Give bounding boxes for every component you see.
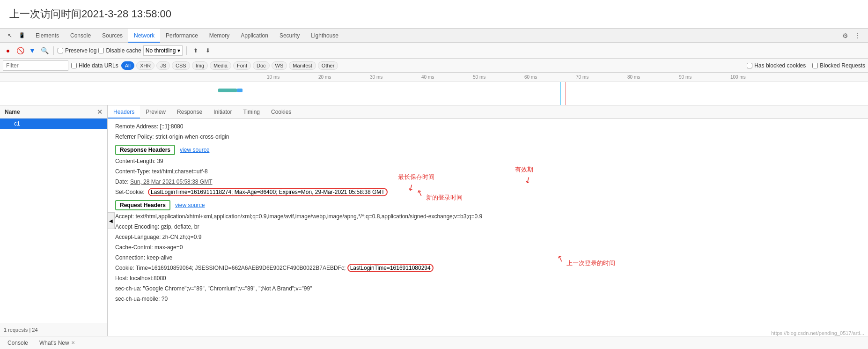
record-button[interactable]: ●	[3, 45, 13, 56]
cookie-last-login-val: LastLoginTime=1616911080294	[347, 264, 434, 272]
content-length-val: 39	[157, 158, 163, 164]
date-val: Sun, 28 Mar 2021 05:58:38 GMT	[130, 178, 212, 185]
tl-bar-teal	[218, 89, 237, 92]
name-footer: 1 requests | 24	[0, 323, 107, 336]
more-icon[interactable]: ⋮	[852, 30, 862, 41]
tab-memory[interactable]: Memory	[204, 29, 235, 43]
tl-bar-blue	[237, 89, 243, 92]
filter-chips: All XHR JS CSS Img Media Font Doc WS Man…	[121, 61, 338, 70]
chip-other[interactable]: Other	[318, 61, 338, 70]
has-blocked-checkbox[interactable]	[747, 63, 752, 68]
chip-font[interactable]: Font	[233, 61, 251, 70]
accept-language-row: Accept-Language: zh-CN,zh;q=0.9	[115, 233, 861, 241]
content-area: ◀ Name ✕ c1 1 requests | 24	[0, 105, 868, 336]
request-view-source[interactable]: view source	[175, 202, 205, 208]
close-whats-new-button[interactable]: ✕	[71, 340, 75, 345]
detail-tab-timing[interactable]: Timing	[237, 105, 265, 119]
chip-manifest[interactable]: Manifest	[289, 61, 316, 70]
detail-tab-cookies[interactable]: Cookies	[265, 105, 297, 119]
export-button[interactable]: ⬇	[203, 45, 213, 56]
blocked-requests-label[interactable]: Blocked Requests	[812, 62, 865, 69]
preserve-log-label[interactable]: Preserve log	[58, 47, 96, 54]
clear-button[interactable]: 🚫	[15, 45, 25, 56]
request-headers-label: Request Headers	[115, 200, 170, 210]
detail-tab-headers[interactable]: Headers	[108, 105, 140, 119]
tab-lighthouse[interactable]: Lighthouse	[305, 29, 344, 43]
ruler-10ms: 10 ms	[267, 74, 280, 80]
tab-elements[interactable]: Elements	[30, 29, 65, 43]
tab-performance[interactable]: Performance	[160, 29, 204, 43]
search-button[interactable]: 🔍	[39, 45, 50, 56]
import-button[interactable]: ⬆	[191, 45, 201, 56]
tab-console[interactable]: Console	[65, 29, 96, 43]
tab-network[interactable]: Network	[128, 29, 160, 43]
remote-address-key: Remote Address:	[115, 123, 158, 130]
ruler-100ms: 100 ms	[730, 74, 746, 80]
accept-encoding-key: Accept-Encoding:	[115, 223, 159, 230]
content-type-key: Content-Type:	[115, 168, 150, 175]
response-headers-label: Response Headers	[115, 145, 175, 155]
chip-img[interactable]: Img	[192, 61, 208, 70]
sec-ch-ua-mobile-row: sec-ch-ua-mobile: ?0	[115, 295, 861, 303]
detail-tab-response[interactable]: Response	[171, 105, 208, 119]
name-column-label: Name	[5, 105, 20, 119]
separator-1	[53, 46, 54, 55]
detail-pane: Headers Preview Response Initiator Timin…	[108, 105, 868, 336]
detail-tab-initiator[interactable]: Initiator	[208, 105, 237, 119]
host-key: Host:	[115, 275, 128, 282]
connection-val: keep-alive	[147, 254, 172, 261]
chevron-left-icon: ◀	[109, 218, 113, 223]
detail-tab-preview[interactable]: Preview	[140, 105, 171, 119]
chip-ws[interactable]: WS	[272, 61, 287, 70]
chip-media[interactable]: Media	[210, 61, 231, 70]
bottom-console-tab[interactable]: Console	[5, 339, 31, 347]
chip-css[interactable]: CSS	[172, 61, 190, 70]
chevron-down-icon: ▾	[177, 47, 180, 54]
content-length-row: Content-Length: 39	[115, 157, 861, 165]
preserve-log-checkbox[interactable]	[58, 48, 63, 53]
disable-cache-checkbox[interactable]	[98, 48, 104, 53]
tab-sources[interactable]: Sources	[96, 29, 128, 43]
blocked-requests-checkbox[interactable]	[812, 63, 818, 68]
vline-blue	[560, 82, 561, 105]
content-type-val: text/html;charset=utf-8	[152, 168, 208, 175]
chip-xhr[interactable]: XHR	[136, 61, 154, 70]
bottom-whats-new-tab[interactable]: What's New ✕	[37, 339, 78, 347]
name-item-label: c1	[14, 120, 20, 127]
tab-application[interactable]: Application	[235, 29, 274, 43]
settings-icon[interactable]: ⚙	[840, 30, 850, 41]
tab-security[interactable]: Security	[274, 29, 305, 43]
sec-ch-ua-mobile-val: ?0	[162, 296, 168, 302]
page-title: 上一次访问时间2021-3-28 13:58:00	[9, 7, 171, 21]
name-item-c1[interactable]: c1	[0, 119, 107, 129]
has-blocked-label[interactable]: Has blocked cookies	[747, 62, 806, 69]
chip-js[interactable]: JS	[156, 61, 170, 70]
filter-toggle-button[interactable]: ▼	[27, 45, 37, 56]
chip-doc[interactable]: Doc	[253, 61, 270, 70]
watermark: https://blog.csdn.net/pending_0517/arti.…	[771, 330, 868, 336]
disable-cache-label[interactable]: Disable cache	[98, 47, 141, 54]
bottom-bar: Console What's New ✕	[0, 336, 868, 349]
throttle-select[interactable]: No throttling ▾	[143, 45, 183, 56]
response-view-source[interactable]: view source	[180, 147, 209, 153]
sidebar-collapse-button[interactable]: ◀	[107, 212, 115, 229]
set-cookie-val: LastLoginTime=1616911118274; Max-Age=864…	[148, 188, 388, 196]
accept-row: Accept: text/html,application/xhtml+xml,…	[115, 212, 861, 221]
response-headers-section-title: Response Headers view source	[115, 145, 861, 155]
connection-key: Connection:	[115, 254, 145, 261]
close-detail-button[interactable]: ✕	[97, 105, 103, 119]
filter-input[interactable]	[3, 60, 68, 71]
ruler-60ms: 60 ms	[524, 74, 537, 80]
chip-all[interactable]: All	[121, 61, 134, 70]
sec-ch-ua-mobile-key: sec-ch-ua-mobile:	[115, 296, 160, 302]
cache-control-row: Cache-Control: max-age=0	[115, 243, 861, 252]
name-list: c1	[0, 119, 107, 323]
hide-data-urls-label[interactable]: Hide data URLs	[71, 62, 118, 69]
set-cookie-key: Set-Cookie:	[115, 189, 145, 195]
accept-language-val: zh-CN,zh;q=0.9	[162, 234, 202, 240]
timeline[interactable]: 10 ms 20 ms 30 ms 40 ms 50 ms 60 ms 70 m…	[0, 73, 868, 105]
cursor-icon[interactable]: ↖	[5, 30, 15, 41]
device-icon[interactable]: 📱	[17, 30, 27, 41]
hide-data-urls-checkbox[interactable]	[71, 63, 77, 68]
accept-val: text/html,application/xhtml+xml,applicat…	[135, 213, 482, 220]
